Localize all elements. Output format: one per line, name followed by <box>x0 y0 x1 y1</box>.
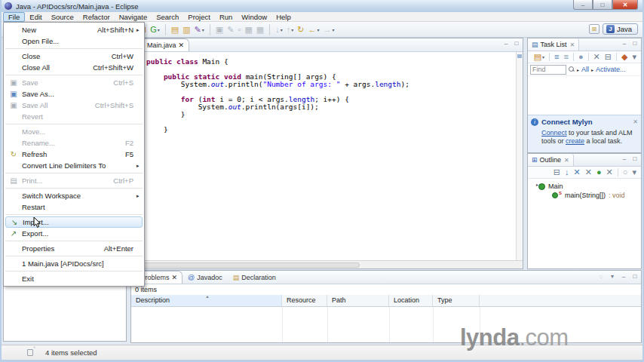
categorized-icon[interactable]: ≡ <box>553 52 560 62</box>
hide-local-types-icon[interactable]: ✕ <box>605 167 615 177</box>
connect-link[interactable]: Connect <box>541 129 567 137</box>
menu-item-import[interactable]: ↘Import... <box>5 216 143 228</box>
menu-item-save[interactable]: ▣SaveCtrl+S <box>4 77 144 88</box>
menu-item-restart[interactable]: Restart <box>4 201 144 213</box>
menubar-item-help[interactable]: Help <box>271 12 296 22</box>
new-task-icon[interactable]: ▤▾ <box>532 52 546 62</box>
editor-maximize-button[interactable]: □ <box>513 40 520 47</box>
window-maximize-button[interactable]: □ <box>593 0 612 10</box>
column-header-resource[interactable]: Resource <box>282 295 327 306</box>
minimize-icon[interactable]: – <box>620 273 627 280</box>
activate-arrow-icon[interactable]: ▸ <box>591 67 593 72</box>
menubar-item-project[interactable]: Project <box>183 12 215 22</box>
column-header-description[interactable]: Description <box>131 295 282 306</box>
sort-icon[interactable]: ↓ <box>563 167 571 177</box>
menu-item-1-main-java-apidocs-src[interactable]: 1 Main.java [APIDocs/src] <box>4 258 144 269</box>
window-close-button[interactable]: ✕ <box>612 0 638 10</box>
all-scope-arrow-icon[interactable]: ▸ <box>577 67 579 72</box>
outline-tab-close-icon[interactable]: ✕ <box>564 157 569 164</box>
menu-item-revert[interactable]: Revert <box>4 111 144 122</box>
window-minimize-button[interactable]: – <box>573 0 593 10</box>
create-link[interactable]: create <box>566 137 584 145</box>
code-editor[interactable]: public class Main { public static void m… <box>142 52 516 260</box>
menu-item-switch-workspace[interactable]: Switch Workspace▸ <box>4 190 144 201</box>
outline-node-main[interactable]: Main <box>538 182 641 191</box>
open-perspective-icon[interactable]: ⊞ <box>589 24 600 34</box>
back-icon[interactable]: ←▾ <box>306 24 320 35</box>
menu-item-save-as[interactable]: ▣Save As... <box>4 88 144 100</box>
menubar-item-run[interactable]: Run <box>215 12 237 22</box>
forward-icon[interactable]: →▾ <box>321 24 336 35</box>
view-menu-icon[interactable]: ▾ <box>609 273 616 280</box>
group-by-icon[interactable]: ≡ <box>562 52 569 62</box>
focus-icon[interactable]: ◌ <box>597 273 605 280</box>
menubar-item-search[interactable]: Search <box>152 12 183 22</box>
outline-maximize-button[interactable]: □ <box>631 155 639 162</box>
tab-task-list[interactable]: ▤ Task List ✕ <box>528 38 579 51</box>
menu-item-exit[interactable]: Exit <box>4 273 144 284</box>
all-filter-link[interactable]: All <box>581 66 589 73</box>
menu-item-convert-line-delimiters-to[interactable]: Convert Line Delimiters To▸ <box>4 160 144 171</box>
next-annotation-icon[interactable]: ↓▾ <box>274 24 284 35</box>
editor-tab-close-icon[interactable]: ✕ <box>179 41 185 49</box>
highlighter-icon[interactable]: ✎▾ <box>193 24 206 35</box>
open-file-icon[interactable]: ▤ <box>170 24 180 35</box>
editor-horizontal-scrollbar[interactable] <box>131 260 523 268</box>
menu-item-rename[interactable]: Rename...F2 <box>4 137 144 149</box>
menu-item-refresh[interactable]: ↻RefreshF5 <box>4 149 144 160</box>
menubar-item-refactor[interactable]: Refactor <box>78 12 115 22</box>
debug-icon[interactable]: ▣ <box>214 24 225 35</box>
hide-completed-icon[interactable]: ✕ <box>592 52 602 62</box>
menu-item-move[interactable]: Move... <box>4 126 144 137</box>
column-header-path[interactable]: Path <box>327 295 389 306</box>
run-external-icon[interactable]: ✎ <box>225 24 235 35</box>
menu-item-new[interactable]: NewAlt+Shift+N▸ <box>4 24 144 35</box>
hide-static-icon[interactable]: ✕ <box>584 167 593 177</box>
menubar-item-file[interactable]: File <box>3 12 25 22</box>
collapse-all-icon[interactable]: ⊟ <box>603 52 613 62</box>
open-web-browser-icon[interactable]: G▾ <box>149 24 161 35</box>
task-list-tab-close-icon[interactable]: ✕ <box>570 41 575 48</box>
menubar-item-navigate[interactable]: Navigate <box>115 12 152 22</box>
view-menu-icon[interactable]: ▾ <box>630 52 638 62</box>
column-header-type[interactable]: Type <box>433 295 480 306</box>
coverage-icon[interactable]: ▫ <box>236 24 242 35</box>
menu-item-close[interactable]: CloseCtrl+W <box>4 51 144 62</box>
collapse-all-icon[interactable]: ⊟ <box>552 167 562 177</box>
menu-item-export[interactable]: ↗Export... <box>4 228 144 239</box>
hide-non-public-icon[interactable]: ● <box>595 167 603 177</box>
activate-link[interactable]: Activate... <box>596 66 626 73</box>
menubar-item-edit[interactable]: Edit <box>25 12 46 22</box>
column-header-location[interactable]: Location <box>389 295 433 306</box>
java-perspective-button[interactable]: J Java <box>603 23 638 35</box>
menu-item-save-all[interactable]: ▣Save AllCtrl+Shift+S <box>4 100 144 111</box>
task-list-minimize-button[interactable]: – <box>621 40 628 47</box>
prev-annotation-icon[interactable]: ↑▾ <box>285 24 296 35</box>
view-menu-icon[interactable]: ▾ <box>630 167 638 177</box>
outline-node-main-string-[interactable]: Smain(String[]) : void <box>538 191 641 200</box>
tab-declaration[interactable]: ▤Declaration <box>228 271 281 284</box>
overview-ruler[interactable] <box>516 52 523 260</box>
last-edit-location-icon[interactable]: ↻ <box>296 24 305 35</box>
open-folder-icon[interactable]: ▥ <box>181 24 192 35</box>
find-input[interactable] <box>530 65 566 75</box>
task-context-icon[interactable]: ◆ <box>620 52 629 62</box>
mylyn-close-icon[interactable]: ✕ <box>633 118 638 125</box>
maximize-icon[interactable]: □ <box>631 273 639 280</box>
menu-item-open-file[interactable]: Open File... <box>4 35 144 47</box>
outline-minimize-button[interactable]: – <box>621 155 628 162</box>
menubar-item-window[interactable]: Window <box>237 12 271 22</box>
focus-icon[interactable]: ○ <box>621 167 630 177</box>
new-table-icon[interactable]: ▦ <box>255 24 265 35</box>
menu-item-close-all[interactable]: Close AllCtrl+Shift+W <box>4 62 144 73</box>
task-list-maximize-button[interactable]: □ <box>631 40 639 47</box>
new-report-icon[interactable]: ▦ <box>243 24 253 35</box>
tab-outline[interactable]: ⊞ Outline ✕ <box>528 154 574 166</box>
editor-minimize-button[interactable]: – <box>502 40 510 47</box>
menubar-item-source[interactable]: Source <box>47 12 78 22</box>
hide-fields-icon[interactable]: ✕ <box>572 167 582 177</box>
scheduled-mode-icon[interactable]: ● <box>577 52 585 62</box>
menu-item-print[interactable]: ▤Print...Ctrl+P <box>4 175 144 186</box>
menu-item-properties[interactable]: PropertiesAlt+Enter <box>4 243 144 254</box>
tab-javadoc[interactable]: @Javadoc <box>182 271 228 284</box>
